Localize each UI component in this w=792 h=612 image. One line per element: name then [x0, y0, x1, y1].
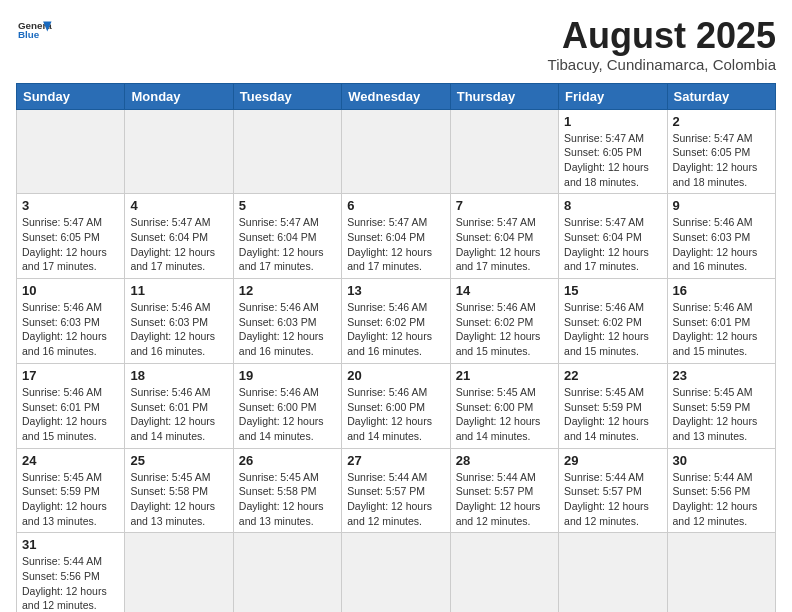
day-info: Sunrise: 5:47 AM Sunset: 6:05 PM Dayligh…: [22, 215, 119, 274]
weekday-header: Saturday: [667, 83, 775, 109]
day-number: 11: [130, 283, 227, 298]
day-info: Sunrise: 5:47 AM Sunset: 6:04 PM Dayligh…: [130, 215, 227, 274]
calendar-cell: 13Sunrise: 5:46 AM Sunset: 6:02 PM Dayli…: [342, 279, 450, 364]
day-number: 4: [130, 198, 227, 213]
calendar-cell: 2Sunrise: 5:47 AM Sunset: 6:05 PM Daylig…: [667, 109, 775, 194]
calendar-header: SundayMondayTuesdayWednesdayThursdayFrid…: [17, 83, 776, 109]
calendar-cell: 20Sunrise: 5:46 AM Sunset: 6:00 PM Dayli…: [342, 363, 450, 448]
calendar-cell: 27Sunrise: 5:44 AM Sunset: 5:57 PM Dayli…: [342, 448, 450, 533]
weekday-header: Monday: [125, 83, 233, 109]
title-area: August 2025 Tibacuy, Cundinamarca, Colom…: [548, 16, 776, 73]
day-number: 24: [22, 453, 119, 468]
calendar-cell: [559, 533, 667, 612]
day-info: Sunrise: 5:47 AM Sunset: 6:04 PM Dayligh…: [564, 215, 661, 274]
day-info: Sunrise: 5:45 AM Sunset: 6:00 PM Dayligh…: [456, 385, 553, 444]
day-info: Sunrise: 5:46 AM Sunset: 6:03 PM Dayligh…: [673, 215, 770, 274]
day-info: Sunrise: 5:44 AM Sunset: 5:57 PM Dayligh…: [456, 470, 553, 529]
calendar-cell: 28Sunrise: 5:44 AM Sunset: 5:57 PM Dayli…: [450, 448, 558, 533]
day-number: 5: [239, 198, 336, 213]
calendar-subtitle: Tibacuy, Cundinamarca, Colombia: [548, 56, 776, 73]
weekday-header: Tuesday: [233, 83, 341, 109]
calendar-cell: 25Sunrise: 5:45 AM Sunset: 5:58 PM Dayli…: [125, 448, 233, 533]
day-number: 23: [673, 368, 770, 383]
calendar-table: SundayMondayTuesdayWednesdayThursdayFrid…: [16, 83, 776, 612]
day-number: 16: [673, 283, 770, 298]
calendar-week-row: 31Sunrise: 5:44 AM Sunset: 5:56 PM Dayli…: [17, 533, 776, 612]
calendar-cell: 4Sunrise: 5:47 AM Sunset: 6:04 PM Daylig…: [125, 194, 233, 279]
day-number: 9: [673, 198, 770, 213]
day-number: 1: [564, 114, 661, 129]
day-number: 14: [456, 283, 553, 298]
day-number: 10: [22, 283, 119, 298]
day-number: 18: [130, 368, 227, 383]
day-info: Sunrise: 5:46 AM Sunset: 6:02 PM Dayligh…: [564, 300, 661, 359]
day-info: Sunrise: 5:47 AM Sunset: 6:05 PM Dayligh…: [564, 131, 661, 190]
calendar-cell: 1Sunrise: 5:47 AM Sunset: 6:05 PM Daylig…: [559, 109, 667, 194]
calendar-cell: 9Sunrise: 5:46 AM Sunset: 6:03 PM Daylig…: [667, 194, 775, 279]
calendar-cell: 7Sunrise: 5:47 AM Sunset: 6:04 PM Daylig…: [450, 194, 558, 279]
calendar-cell: 11Sunrise: 5:46 AM Sunset: 6:03 PM Dayli…: [125, 279, 233, 364]
logo-icon: General Blue: [16, 16, 52, 44]
calendar-cell: 10Sunrise: 5:46 AM Sunset: 6:03 PM Dayli…: [17, 279, 125, 364]
day-number: 7: [456, 198, 553, 213]
day-number: 12: [239, 283, 336, 298]
day-info: Sunrise: 5:47 AM Sunset: 6:05 PM Dayligh…: [673, 131, 770, 190]
svg-text:Blue: Blue: [18, 29, 40, 40]
calendar-cell: 30Sunrise: 5:44 AM Sunset: 5:56 PM Dayli…: [667, 448, 775, 533]
day-info: Sunrise: 5:44 AM Sunset: 5:56 PM Dayligh…: [22, 554, 119, 612]
day-number: 6: [347, 198, 444, 213]
day-number: 31: [22, 537, 119, 552]
day-info: Sunrise: 5:45 AM Sunset: 5:59 PM Dayligh…: [673, 385, 770, 444]
calendar-cell: 21Sunrise: 5:45 AM Sunset: 6:00 PM Dayli…: [450, 363, 558, 448]
day-number: 13: [347, 283, 444, 298]
day-info: Sunrise: 5:46 AM Sunset: 6:02 PM Dayligh…: [456, 300, 553, 359]
calendar-cell: 23Sunrise: 5:45 AM Sunset: 5:59 PM Dayli…: [667, 363, 775, 448]
day-info: Sunrise: 5:46 AM Sunset: 6:01 PM Dayligh…: [673, 300, 770, 359]
calendar-week-row: 17Sunrise: 5:46 AM Sunset: 6:01 PM Dayli…: [17, 363, 776, 448]
day-info: Sunrise: 5:45 AM Sunset: 5:59 PM Dayligh…: [22, 470, 119, 529]
weekday-header: Wednesday: [342, 83, 450, 109]
day-number: 28: [456, 453, 553, 468]
calendar-cell: 18Sunrise: 5:46 AM Sunset: 6:01 PM Dayli…: [125, 363, 233, 448]
day-info: Sunrise: 5:45 AM Sunset: 5:58 PM Dayligh…: [130, 470, 227, 529]
calendar-cell: 14Sunrise: 5:46 AM Sunset: 6:02 PM Dayli…: [450, 279, 558, 364]
calendar-cell: [125, 533, 233, 612]
calendar-cell: [17, 109, 125, 194]
calendar-cell: 31Sunrise: 5:44 AM Sunset: 5:56 PM Dayli…: [17, 533, 125, 612]
day-info: Sunrise: 5:46 AM Sunset: 6:00 PM Dayligh…: [347, 385, 444, 444]
day-info: Sunrise: 5:44 AM Sunset: 5:56 PM Dayligh…: [673, 470, 770, 529]
calendar-cell: 6Sunrise: 5:47 AM Sunset: 6:04 PM Daylig…: [342, 194, 450, 279]
day-info: Sunrise: 5:47 AM Sunset: 6:04 PM Dayligh…: [239, 215, 336, 274]
day-number: 17: [22, 368, 119, 383]
day-number: 20: [347, 368, 444, 383]
day-number: 3: [22, 198, 119, 213]
calendar-week-row: 3Sunrise: 5:47 AM Sunset: 6:05 PM Daylig…: [17, 194, 776, 279]
calendar-week-row: 10Sunrise: 5:46 AM Sunset: 6:03 PM Dayli…: [17, 279, 776, 364]
calendar-cell: 19Sunrise: 5:46 AM Sunset: 6:00 PM Dayli…: [233, 363, 341, 448]
day-info: Sunrise: 5:46 AM Sunset: 6:01 PM Dayligh…: [22, 385, 119, 444]
calendar-cell: 16Sunrise: 5:46 AM Sunset: 6:01 PM Dayli…: [667, 279, 775, 364]
calendar-cell: [233, 533, 341, 612]
calendar-cell: [667, 533, 775, 612]
calendar-cell: 8Sunrise: 5:47 AM Sunset: 6:04 PM Daylig…: [559, 194, 667, 279]
calendar-cell: 24Sunrise: 5:45 AM Sunset: 5:59 PM Dayli…: [17, 448, 125, 533]
day-info: Sunrise: 5:46 AM Sunset: 6:02 PM Dayligh…: [347, 300, 444, 359]
day-number: 29: [564, 453, 661, 468]
calendar-cell: 22Sunrise: 5:45 AM Sunset: 5:59 PM Dayli…: [559, 363, 667, 448]
calendar-cell: [450, 109, 558, 194]
day-info: Sunrise: 5:47 AM Sunset: 6:04 PM Dayligh…: [456, 215, 553, 274]
weekday-header: Thursday: [450, 83, 558, 109]
calendar-cell: 17Sunrise: 5:46 AM Sunset: 6:01 PM Dayli…: [17, 363, 125, 448]
day-info: Sunrise: 5:46 AM Sunset: 6:03 PM Dayligh…: [239, 300, 336, 359]
calendar-cell: [125, 109, 233, 194]
day-info: Sunrise: 5:47 AM Sunset: 6:04 PM Dayligh…: [347, 215, 444, 274]
day-number: 21: [456, 368, 553, 383]
weekday-header: Friday: [559, 83, 667, 109]
day-info: Sunrise: 5:46 AM Sunset: 6:03 PM Dayligh…: [22, 300, 119, 359]
calendar-title: August 2025: [548, 16, 776, 56]
day-number: 30: [673, 453, 770, 468]
day-info: Sunrise: 5:44 AM Sunset: 5:57 PM Dayligh…: [564, 470, 661, 529]
day-number: 22: [564, 368, 661, 383]
weekday-header: Sunday: [17, 83, 125, 109]
day-number: 27: [347, 453, 444, 468]
